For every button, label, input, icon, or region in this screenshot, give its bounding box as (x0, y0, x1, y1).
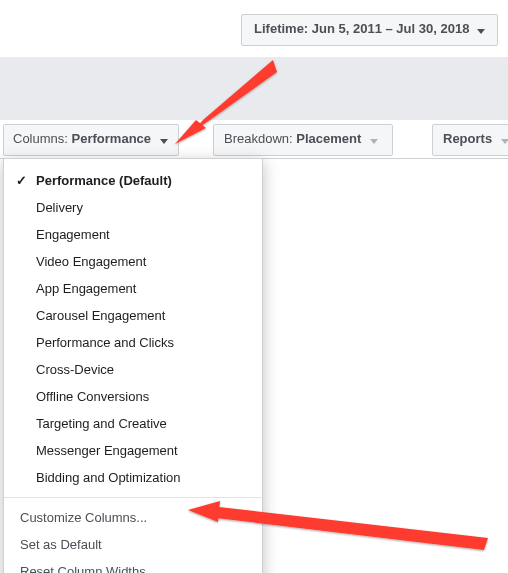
toolbar: Columns: Performance Breakdown: Placemen… (0, 120, 508, 159)
columns-label-key: Columns: (13, 131, 68, 146)
columns-preset-item[interactable]: Carousel Engagement (4, 302, 262, 329)
columns-action-label: Customize Columns... (20, 510, 147, 525)
columns-button[interactable]: Columns: Performance (3, 124, 179, 156)
columns-action-item[interactable]: Reset Column Widths (4, 558, 262, 573)
columns-preset-label: Engagement (36, 227, 110, 242)
check-icon: ✓ (16, 173, 27, 188)
columns-preset-label: Targeting and Creative (36, 416, 167, 431)
breakdown-label-key: Breakdown: (224, 131, 293, 146)
columns-preset-label: Delivery (36, 200, 83, 215)
columns-preset-label: Performance (Default) (36, 173, 172, 188)
columns-preset-item[interactable]: Bidding and Optimization (4, 464, 262, 491)
columns-action-item[interactable]: Customize Columns... (4, 504, 262, 531)
columns-preset-label: Bidding and Optimization (36, 470, 181, 485)
columns-action-label: Reset Column Widths (20, 564, 146, 573)
columns-preset-label: App Engagement (36, 281, 136, 296)
breakdown-button[interactable]: Breakdown: Placement (213, 124, 393, 156)
columns-preset-item[interactable]: Targeting and Creative (4, 410, 262, 437)
columns-preset-item[interactable]: Messenger Engagement (4, 437, 262, 464)
columns-preset-item[interactable]: App Engagement (4, 275, 262, 302)
columns-preset-item[interactable]: Engagement (4, 221, 262, 248)
subheader-band (0, 57, 508, 121)
date-range-prefix: Lifetime: (254, 21, 308, 36)
caret-down-icon (477, 29, 485, 34)
date-range-button[interactable]: Lifetime: Jun 5, 2011 – Jul 30, 2018 (241, 14, 498, 46)
columns-label-val: Performance (72, 131, 151, 146)
columns-preset-item[interactable]: Video Engagement (4, 248, 262, 275)
date-range-value: Jun 5, 2011 – Jul 30, 2018 (312, 21, 470, 36)
reports-label: Reports (443, 131, 492, 146)
caret-down-icon (501, 139, 508, 144)
columns-action-item[interactable]: Set as Default (4, 531, 262, 558)
caret-down-icon (160, 139, 168, 144)
columns-preset-item[interactable]: Delivery (4, 194, 262, 221)
columns-preset-label: Performance and Clicks (36, 335, 174, 350)
columns-preset-label: Offline Conversions (36, 389, 149, 404)
columns-action-label: Set as Default (20, 537, 102, 552)
columns-preset-label: Video Engagement (36, 254, 146, 269)
columns-dropdown: ✓Performance (Default)DeliveryEngagement… (3, 158, 263, 573)
breakdown-label-val: Placement (296, 131, 361, 146)
reports-button[interactable]: Reports (432, 124, 508, 156)
columns-preset-item[interactable]: Offline Conversions (4, 383, 262, 410)
columns-preset-label: Carousel Engagement (36, 308, 165, 323)
columns-preset-item[interactable]: Performance and Clicks (4, 329, 262, 356)
caret-down-icon (370, 139, 378, 144)
columns-preset-label: Cross-Device (36, 362, 114, 377)
columns-preset-item[interactable]: Cross-Device (4, 356, 262, 383)
dropdown-separator (4, 497, 262, 498)
columns-preset-item[interactable]: ✓Performance (Default) (4, 167, 262, 194)
columns-preset-label: Messenger Engagement (36, 443, 178, 458)
header-row: Lifetime: Jun 5, 2011 – Jul 30, 2018 (0, 0, 508, 58)
